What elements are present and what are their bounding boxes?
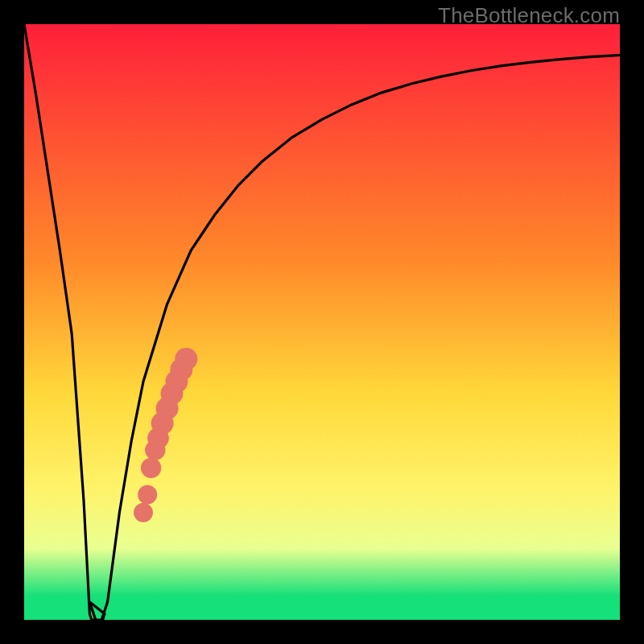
- curve-layer: [24, 24, 620, 620]
- highlight-dot: [175, 348, 197, 370]
- bottleneck-curve: [24, 24, 620, 620]
- plot-area: [24, 24, 620, 620]
- chart-frame: TheBottleneck.com: [0, 0, 644, 644]
- highlight-dot: [134, 503, 153, 522]
- highlight-dot: [138, 485, 157, 505]
- highlight-dots: [134, 348, 197, 522]
- highlight-dot: [141, 458, 161, 478]
